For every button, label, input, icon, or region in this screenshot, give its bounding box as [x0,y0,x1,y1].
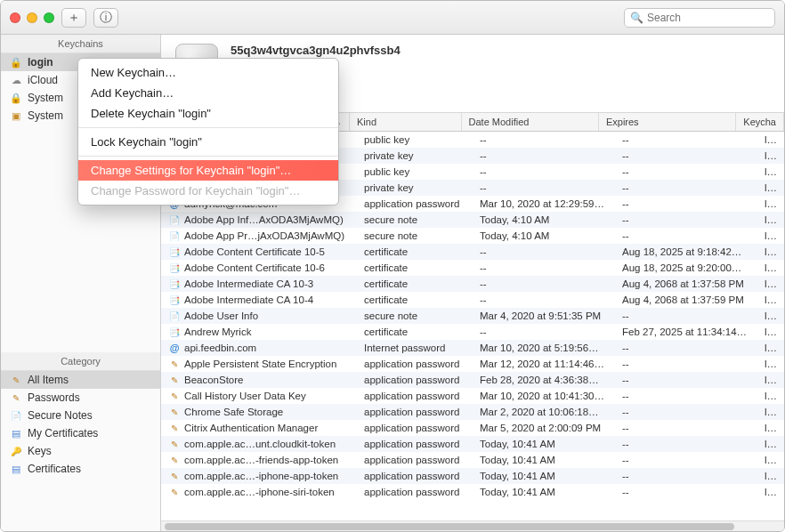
row-kind: secure note [357,214,473,225]
table-row[interactable]: com.apple.ac…-iphone-siri-tokenapplicati… [161,484,784,500]
plus-icon: ＋ [68,10,80,26]
table-row[interactable]: Call History User Data Keyapplication pa… [161,388,784,404]
table-row[interactable]: Adobe Content Certificate 10-5certificat… [161,244,784,260]
row-date: -- [473,246,615,257]
horizontal-scrollbar[interactable] [161,520,784,531]
row-kind: Internet password [357,343,473,353]
row-keychain: login [757,439,784,449]
table-row[interactable]: com.apple.ac…unt.cloudkit-tokenapplicati… [161,436,784,452]
row-name: Adobe Content Certificate 10-5 [184,246,325,257]
row-name: Chrome Safe Storage [184,407,283,417]
window-controls [10,12,54,23]
table-row[interactable]: Adobe Content Certificate 10-6certificat… [161,260,784,276]
col-expires[interactable]: Expires [599,113,736,131]
search-icon: 🔍 [630,12,643,24]
category-label: All Items [28,374,69,386]
table-row[interactable]: com.apple.ac…-friends-app-tokenapplicati… [161,452,784,468]
col-kind[interactable]: Kind [350,113,462,131]
scroll-thumb[interactable] [165,523,734,530]
category-all-items[interactable]: All Items [1,371,160,389]
category-certificates[interactable]: Certificates [1,460,160,478]
search-field[interactable]: 🔍 [624,8,775,28]
row-expires: -- [615,439,757,449]
col-keychain[interactable]: Keycha [736,113,784,131]
row-kind: application password [357,391,473,401]
zoom-window[interactable] [44,12,54,23]
lock-icon [10,56,22,69]
category-my-certificates[interactable]: My Certificates [1,424,160,442]
table-row[interactable]: Adobe Intermediate CA 10-3certificate--A… [161,276,784,292]
row-kind: certificate [357,278,473,289]
row-date: -- [473,294,615,305]
table-row[interactable]: Adobe Intermediate CA 10-4certificate--A… [161,292,784,308]
row-name: com.apple.ac…-iphone-app-token [184,471,338,481]
row-keychain: login [757,294,784,305]
row-date: Today, 4:10 AM [473,214,615,225]
row-name: com.apple.ac…-iphone-siri-token [184,487,335,497]
row-kind: certificate [357,294,473,305]
row-keychain: login [757,198,784,209]
row-keychain: login [757,166,784,177]
add-button[interactable]: ＋ [61,8,86,28]
row-icon [168,374,181,386]
table-row[interactable]: Andrew Myrickcertificate--Feb 27, 2025 a… [161,324,784,340]
context-menu[interactable]: New Keychain…Add Keychain…Delete Keychai… [77,58,339,206]
menu-item[interactable]: Lock Keychain "login" [78,132,338,152]
category-label: Secure Notes [28,409,93,422]
category-passwords[interactable]: Passwords [1,389,160,407]
row-kind: secure note [357,310,473,321]
table-row[interactable]: com.apple.ac…-iphone-app-tokenapplicatio… [161,468,784,484]
row-expires: -- [615,150,757,161]
row-kind: application password [357,375,473,385]
info-button[interactable]: ⓘ [93,8,118,28]
table-row[interactable]: BeaconStoreapplication passwordFeb 28, 2… [161,372,784,388]
row-keychain: login [757,471,784,481]
row-date: Mar 10, 2020 at 5:19:56… [473,343,615,353]
row-date: Today, 10:41 AM [473,487,615,497]
table-row[interactable]: Chrome Safe Storageapplication passwordM… [161,404,784,420]
row-keychain: login [757,359,784,369]
close-window[interactable] [10,12,20,23]
row-expires: -- [615,423,757,433]
row-expires: -- [615,359,757,369]
menu-item[interactable]: Delete Keychain "login" [78,103,338,124]
row-icon [168,406,181,418]
col-date-modified[interactable]: Date Modified [462,113,599,131]
row-date: Today, 10:41 AM [473,455,615,465]
minimize-window[interactable] [27,12,37,23]
table-row[interactable]: Adobe App Inf…AxODA3MjAwMQ)secure noteTo… [161,212,784,228]
row-icon [168,214,181,226]
row-keychain: login [757,182,784,193]
key-icon [10,445,22,457]
row-icon [168,310,181,322]
keychain-label: System [28,109,63,122]
category-secure-notes[interactable]: Secure Notes [1,407,160,424]
category-header: Category [1,352,160,371]
row-date: -- [473,262,615,273]
row-date: Mar 5, 2020 at 2:00:09 PM [473,423,615,433]
menu-item[interactable]: Add Keychain… [78,83,338,103]
row-date: Feb 28, 2020 at 4:36:38… [473,375,615,385]
search-input[interactable] [647,12,781,24]
row-keychain: login [757,230,784,241]
row-icon [168,342,181,354]
row-date: -- [473,150,615,161]
category-keys[interactable]: Keys [1,442,160,460]
row-date: Today, 4:10 AM [473,230,615,241]
row-expires: Aug 18, 2025 at 9:20:00… [615,262,757,273]
row-name: Adobe User Info [184,310,258,321]
folder-icon [10,109,22,122]
table-row[interactable]: api.feedbin.comInternet passwordMar 10, … [161,340,784,356]
row-name: com.apple.ac…-friends-app-token [184,455,338,465]
row-keychain: login [757,455,784,465]
row-expires: -- [615,375,757,385]
row-date: -- [473,134,615,145]
menu-item[interactable]: New Keychain… [78,62,338,83]
table-row[interactable]: Adobe User Infosecure noteMar 4, 2020 at… [161,308,784,324]
table-row[interactable]: Apple Persistent State Encryptionapplica… [161,356,784,372]
category-label: Certificates [28,463,81,475]
row-date: -- [473,278,615,289]
menu-item[interactable]: Change Settings for Keychain "login"… [78,160,338,181]
table-row[interactable]: Adobe App Pr…jAxODA3MjAwMQ)secure noteTo… [161,228,784,244]
table-row[interactable]: Citrix Authentication Managerapplication… [161,420,784,436]
